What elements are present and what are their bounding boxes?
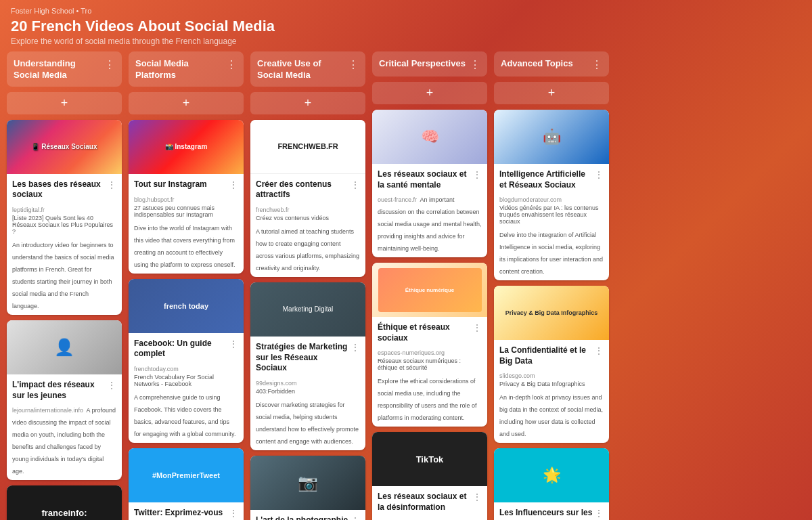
card-body: Les réseaux sociaux et la désinformation… xyxy=(372,486,487,520)
card-body: Facebook: Un guide complet ⋮ frenchtoday… xyxy=(129,333,244,443)
card-source-domain: leptidigital.fr xyxy=(12,207,45,213)
card-menu-icon[interactable]: ⋮ xyxy=(472,169,482,180)
card-title: Créer des contenus attractifs xyxy=(256,179,349,200)
column-header: Creative Use of Social Media ⋮ xyxy=(250,51,365,87)
card[interactable]: 📱 Réseaux Sociaux Les bases des réseaux … xyxy=(7,120,122,315)
card-menu-icon[interactable]: ⋮ xyxy=(351,342,360,353)
card-body: L'impact des réseaux sur les jeunes ⋮ le… xyxy=(7,374,122,480)
card-menu-icon[interactable]: ⋮ xyxy=(594,345,604,356)
card[interactable]: franceinfo: La sécurité sur Internet ⋮ f… xyxy=(7,485,122,520)
card-menu-icon[interactable]: ⋮ xyxy=(229,179,238,190)
column-col3: Creative Use of Social Media ⋮ + FRENCHW… xyxy=(250,51,365,520)
card-menu-icon[interactable]: ⋮ xyxy=(351,179,360,190)
column-header: Understanding Social Media ⋮ xyxy=(7,51,122,87)
card-source-link: Vidéos générés par IA : les contenus tru… xyxy=(499,204,604,225)
card-source-domain: ouest-france.fr xyxy=(378,196,417,203)
card[interactable]: Éthique numérique Éthique et réseaux soc… xyxy=(372,263,487,427)
card-menu-icon[interactable]: ⋮ xyxy=(229,339,238,349)
card-description: A comprehensive guide to using Facebook.… xyxy=(134,394,235,437)
card-body: Tout sur Instagram ⋮ blog.hubspot.fr 27 … xyxy=(129,174,244,274)
card[interactable]: french today Facebook: Un guide complet … xyxy=(129,279,244,443)
add-card-button[interactable]: + xyxy=(7,92,122,114)
column-title: Creative Use of Social Media xyxy=(257,58,345,81)
page-header: Foster High School • Tro 20 French Video… xyxy=(0,0,812,51)
column-title: Social Media Platforms xyxy=(135,58,223,81)
card-title: Les bases des réseaux sociaux xyxy=(12,179,106,200)
column-col4: Critical Perspectives ⋮ + 🧠 Les réseaux … xyxy=(372,51,487,520)
column-title: Advanced Topics xyxy=(501,58,589,70)
page-title: 20 French Videos About Social Media xyxy=(11,18,801,35)
card-source-domain: blog.hubspot.fr xyxy=(134,196,175,203)
card-source-domain: blogdumoderateur.com xyxy=(499,196,562,203)
card-title: Éthique et réseaux sociaux xyxy=(378,322,471,343)
column-col1: Understanding Social Media ⋮ + 📱 Réseaux… xyxy=(7,51,122,520)
column-menu-icon[interactable]: ⋮ xyxy=(104,58,115,71)
card-description: An introductory video for beginners to u… xyxy=(12,242,114,309)
column-header: Advanced Topics ⋮ xyxy=(494,51,609,77)
card-menu-icon[interactable]: ⋮ xyxy=(351,515,360,520)
card-source-domain: slidesgo.com xyxy=(499,372,535,379)
card[interactable]: FRENCHWEB.FR Créer des contenus attracti… xyxy=(250,120,365,277)
card-source-link: Créez vos contenus vidéos xyxy=(256,215,360,221)
card-title: L'art de la photographie sur Instagram xyxy=(256,515,349,520)
card-menu-icon[interactable]: ⋮ xyxy=(594,169,604,180)
column-menu-icon[interactable]: ⋮ xyxy=(591,58,602,71)
card[interactable]: 📷 L'art de la photographie sur Instagram… xyxy=(250,456,365,520)
card-menu-icon[interactable]: ⋮ xyxy=(107,179,116,190)
card-source-domain: frenchweb.fr xyxy=(256,207,290,213)
card-title: Les Influenceurs sur les Réseaux Sociaux xyxy=(499,508,593,520)
card-title: Facebook: Un guide complet xyxy=(134,339,227,360)
card-menu-icon[interactable]: ⋮ xyxy=(594,508,604,519)
card-body: Intelligence Artificielle et Réseaux Soc… xyxy=(494,164,609,280)
card-body: La Confidentialité et le Big Data ⋮ slid… xyxy=(494,340,609,443)
card-description: A profound video discussing the impact o… xyxy=(12,407,116,475)
card-body: Les Influenceurs sur les Réseaux Sociaux… xyxy=(494,502,609,520)
card[interactable]: Privacy & Big Data Infographics La Confi… xyxy=(494,286,609,443)
column-header: Social Media Platforms ⋮ xyxy=(129,51,244,87)
card-source-link: [Liste 2023] Quels Sont les 40 Réseaux S… xyxy=(12,215,116,235)
card-body: Créer des contenus attractifs ⋮ frenchwe… xyxy=(250,174,365,277)
card-source-link: 27 astuces peu connues mais indispensabl… xyxy=(134,204,238,218)
page-subtitle: Explore the world of social media throug… xyxy=(11,37,801,46)
card[interactable]: #MonPremierTweet Twitter: Exprimez-vous … xyxy=(129,448,244,520)
add-card-button[interactable]: + xyxy=(494,82,609,104)
card-source-link: French Vocabulary For Social Networks - … xyxy=(134,374,238,387)
card[interactable]: 🌟 Les Influenceurs sur les Réseaux Socia… xyxy=(494,448,609,520)
card[interactable]: 👤 L'impact des réseaux sur les jeunes ⋮ … xyxy=(7,320,122,480)
card-description: An in-depth look at privacy issues and b… xyxy=(499,394,603,437)
card[interactable]: TikTok Les réseaux sociaux et la désinfo… xyxy=(372,432,487,520)
card-description: Explore the ethical considerations of so… xyxy=(378,378,477,421)
column-col2: Social Media Platforms ⋮ + 📸 Instagram T… xyxy=(129,51,244,520)
card-menu-icon[interactable]: ⋮ xyxy=(107,380,116,391)
card-description: Discover marketing strategies for social… xyxy=(256,402,359,445)
card-menu-icon[interactable]: ⋮ xyxy=(472,492,482,502)
card-body: Les bases des réseaux sociaux ⋮ leptidig… xyxy=(7,174,122,315)
card-title: Les réseaux sociaux et la désinformation xyxy=(378,492,471,513)
card-title: Tout sur Instagram xyxy=(134,179,227,190)
card-body: Stratégies de Marketing sur les Réseaux … xyxy=(250,337,365,450)
add-card-button[interactable]: + xyxy=(372,82,487,104)
card-menu-icon[interactable]: ⋮ xyxy=(472,322,482,333)
column-header: Critical Perspectives ⋮ xyxy=(372,51,487,77)
column-menu-icon[interactable]: ⋮ xyxy=(348,58,359,71)
add-card-button[interactable]: + xyxy=(129,92,244,114)
column-menu-icon[interactable]: ⋮ xyxy=(226,58,237,71)
card-title: La Confidentialité et le Big Data xyxy=(499,345,593,366)
card-title: Intelligence Artificielle et Réseaux Soc… xyxy=(499,169,593,190)
card-source-domain: 99designs.com xyxy=(256,380,297,387)
card-body: Twitter: Exprimez-vous en 280 caractères… xyxy=(129,502,244,520)
card-body: Éthique et réseaux sociaux ⋮ espaces-num… xyxy=(372,317,487,427)
column-menu-icon[interactable]: ⋮ xyxy=(470,58,480,71)
card[interactable]: Marketing Digital Stratégies de Marketin… xyxy=(250,282,365,450)
card-body: Les réseaux sociaux et la santé mentale … xyxy=(372,164,487,257)
card[interactable]: 🧠 Les réseaux sociaux et la santé mental… xyxy=(372,110,487,257)
card[interactable]: 🤖 Intelligence Artificielle et Réseaux S… xyxy=(494,110,609,280)
card-title: L'impact des réseaux sur les jeunes xyxy=(12,380,106,401)
add-card-button[interactable]: + xyxy=(250,92,365,114)
card-source-domain: frenchtoday.com xyxy=(134,366,179,372)
card-source-domain: espaces-numeriques.org xyxy=(378,349,445,356)
card-description: A tutorial aimed at teaching students ho… xyxy=(256,228,359,272)
column-col5: Advanced Topics ⋮ + 🤖 Intelligence Artif… xyxy=(494,51,609,520)
card-menu-icon[interactable]: ⋮ xyxy=(229,508,238,519)
card[interactable]: 📸 Instagram Tout sur Instagram ⋮ blog.hu… xyxy=(129,120,244,274)
